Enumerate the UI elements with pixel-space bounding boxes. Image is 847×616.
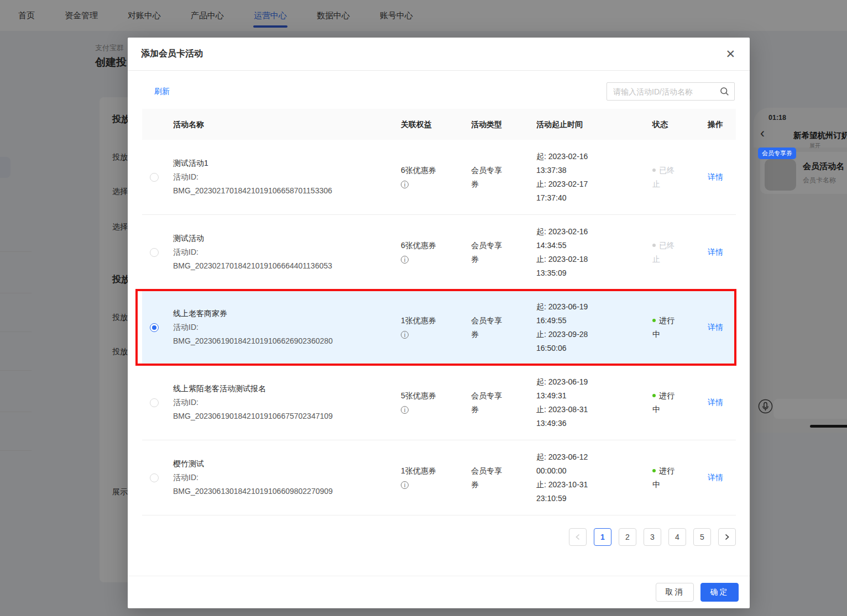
refresh-link[interactable]: 刷新 xyxy=(154,87,170,97)
table-row[interactable]: 测试活动1 活动ID: BMG_202302170184210191066587… xyxy=(142,140,736,215)
pagination-prev-icon[interactable] xyxy=(569,528,587,546)
table-row[interactable]: 樱竹测试 活动ID: BMG_2023061301842101910660980… xyxy=(142,440,736,515)
status-badge: 进行中 xyxy=(652,314,680,341)
info-icon[interactable]: i xyxy=(401,406,409,414)
pagination-next-icon[interactable] xyxy=(718,528,736,546)
activity-name: 线上老客商家券 xyxy=(173,307,394,320)
activity-time-range: 起: 2023-06-1200:00:00 止: 2023-10-3123:10… xyxy=(530,450,646,506)
table-row-selected[interactable]: 线上老客商家券 活动ID: BMG_2023061901842101910662… xyxy=(142,290,736,365)
activity-radio[interactable] xyxy=(150,248,159,257)
col-header-time: 活动起止时间 xyxy=(530,118,646,131)
screen: 首页 资金管理 对账中心 产品中心 运营中心 数据中心 账号中心 支付宝群 创建… xyxy=(0,0,847,616)
pagination-page-4[interactable]: 4 xyxy=(668,528,686,546)
activity-id-label: 活动ID: xyxy=(173,471,394,485)
col-header-status: 状态 xyxy=(646,118,701,131)
info-icon[interactable]: i xyxy=(401,256,409,264)
activity-name: 测试活动1 xyxy=(173,156,394,170)
col-header-type: 活动类型 xyxy=(464,118,530,131)
detail-link[interactable]: 详情 xyxy=(708,248,723,256)
info-icon[interactable]: i xyxy=(401,331,409,339)
activity-id: BMG_20230217018421019106658701153306 xyxy=(173,184,394,198)
col-header-benefit: 关联权益 xyxy=(394,118,464,131)
activity-radio-checked[interactable] xyxy=(150,323,159,332)
benefit-count: 1张优惠券 xyxy=(401,314,464,328)
benefit-count: 6张优惠券 xyxy=(401,164,464,177)
status-badge: 已终止 xyxy=(652,164,680,191)
search-icon[interactable] xyxy=(720,87,729,96)
status-badge: 已终止 xyxy=(652,239,680,266)
confirm-button[interactable]: 确定 xyxy=(700,583,739,602)
activity-time-range: 起: 2023-02-1614:34:55 止: 2023-02-1813:35… xyxy=(530,225,646,280)
activity-id-label: 活动ID: xyxy=(173,245,394,259)
activity-radio[interactable] xyxy=(150,473,159,482)
add-membership-activity-modal: 添加会员卡活动 ✕ 刷新 活动名称 关联权益 活动类型 活动起止时间 xyxy=(128,38,750,608)
activity-id-label: 活动ID: xyxy=(173,320,394,334)
activity-radio[interactable] xyxy=(150,398,159,407)
activity-type: 会员专享券 xyxy=(471,464,505,492)
status-dot xyxy=(652,394,656,397)
table-row[interactable]: 线上紫陌老客活动测试报名 活动ID: BMG_20230619018421019… xyxy=(142,365,736,440)
activity-type: 会员专享券 xyxy=(471,164,505,191)
activity-time-range: 起: 2023-06-1913:49:31 止: 2023-08-3113:49… xyxy=(530,375,646,430)
col-header-action: 操作 xyxy=(701,118,736,131)
detail-link[interactable]: 详情 xyxy=(708,473,723,482)
pagination-page-1[interactable]: 1 xyxy=(594,528,611,546)
activity-table: 活动名称 关联权益 活动类型 活动起止时间 状态 操作 测试活动1 活动ID: … xyxy=(142,109,736,515)
pagination-page-3[interactable]: 3 xyxy=(644,528,661,546)
activity-radio[interactable] xyxy=(150,173,159,182)
pagination-page-2[interactable]: 2 xyxy=(619,528,636,546)
detail-link[interactable]: 详情 xyxy=(708,323,723,331)
pagination: 1 2 3 4 5 xyxy=(128,528,750,546)
activity-id: BMG_20230619018421019106675702347109 xyxy=(173,409,394,423)
activity-type: 会员专享券 xyxy=(471,314,505,341)
table-header-row: 活动名称 关联权益 活动类型 活动起止时间 状态 操作 xyxy=(142,109,736,140)
activity-id-label: 活动ID: xyxy=(173,396,394,409)
activity-type: 会员专享券 xyxy=(471,239,505,266)
modal-footer: 取消 确定 xyxy=(128,576,750,608)
status-badge: 进行中 xyxy=(652,389,680,417)
activity-type: 会员专享券 xyxy=(471,389,505,417)
activity-name: 测试活动 xyxy=(173,231,394,245)
search-input[interactable] xyxy=(607,82,735,101)
modal-toolbar: 刷新 xyxy=(128,71,750,101)
status-dot xyxy=(652,244,656,247)
activity-search xyxy=(607,82,735,101)
pagination-page-5[interactable]: 5 xyxy=(693,528,711,546)
col-header-name: 活动名称 xyxy=(166,118,394,131)
activity-time-range: 起: 2023-06-1916:49:55 止: 2023-09-2816:50… xyxy=(530,300,646,355)
modal-header: 添加会员卡活动 ✕ xyxy=(128,38,750,71)
activity-id: BMG_20230613018421019106609802270909 xyxy=(173,485,394,498)
cancel-button[interactable]: 取消 xyxy=(656,583,694,602)
activity-name: 樱竹测试 xyxy=(173,457,394,471)
close-icon[interactable]: ✕ xyxy=(723,47,738,61)
status-dot xyxy=(652,469,656,472)
member-coupon-tag: 会员专享券 xyxy=(758,148,796,159)
table-row[interactable]: 测试活动 活动ID: BMG_2023021701842101910666440… xyxy=(142,215,736,290)
activity-id: BMG_20230217018421019106664401136053 xyxy=(173,259,394,273)
benefit-count: 1张优惠券 xyxy=(401,464,464,478)
info-icon[interactable]: i xyxy=(401,181,409,188)
info-icon[interactable]: i xyxy=(401,481,409,489)
status-dot xyxy=(652,319,656,322)
status-badge: 进行中 xyxy=(652,464,680,492)
activity-id: BMG_20230619018421019106626902360280 xyxy=(173,334,394,348)
detail-link[interactable]: 详情 xyxy=(708,172,723,181)
activity-time-range: 起: 2023-02-1613:37:38 止: 2023-02-1717:37… xyxy=(530,150,646,205)
modal-title: 添加会员卡活动 xyxy=(141,48,203,60)
status-dot xyxy=(652,169,656,172)
activity-name: 线上紫陌老客活动测试报名 xyxy=(173,382,394,396)
benefit-count: 5张优惠券 xyxy=(401,389,464,403)
activity-id-label: 活动ID: xyxy=(173,170,394,184)
benefit-count: 6张优惠券 xyxy=(401,239,464,252)
detail-link[interactable]: 详情 xyxy=(708,398,723,407)
